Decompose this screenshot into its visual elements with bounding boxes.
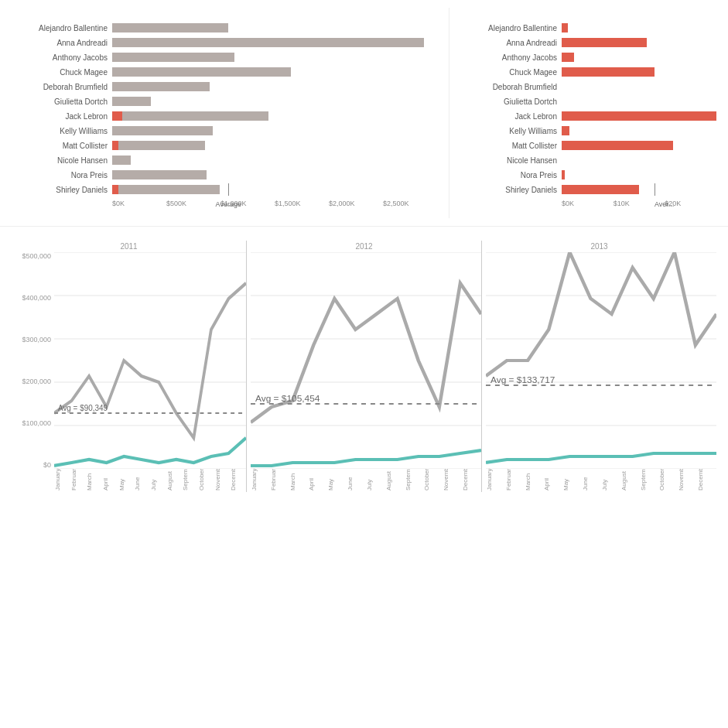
month-axis: JanuaryFebruaryMarchAprilMayJuneJulyAugu… [486, 469, 716, 492]
month-label: July [366, 469, 385, 492]
month-label: July [150, 469, 166, 492]
table-row: Giulietta Dortch [461, 95, 716, 108]
chart-svg: Avg = $90,349 [54, 252, 246, 469]
month-label: May [562, 469, 582, 492]
bar-area [112, 66, 437, 78]
month-label: January [251, 469, 270, 492]
suspicious-returns-panel: Alejandro BallentineAnna AndreadiAnthony… [449, 8, 728, 218]
table-row: Nicole Hansen [461, 154, 716, 166]
month-label: April [308, 469, 327, 492]
timeline-section: 2011$500,000$400,000$300,000$200,000$100… [0, 226, 728, 500]
month-label: November [678, 469, 697, 492]
y-label: $500,000 [12, 252, 54, 260]
x-tick: $0K [112, 200, 166, 207]
month-label: January [486, 469, 505, 492]
suspicious-chart: Alejandro BallentineAnna AndreadiAnthony… [461, 22, 716, 207]
month-label: June [347, 469, 366, 492]
month-label: March [86, 469, 102, 492]
bar-fill [112, 97, 151, 106]
suspicious-bar-fill [562, 141, 673, 150]
month-label: August [620, 469, 640, 492]
month-label: September [405, 469, 424, 492]
bar-red-fill [112, 141, 118, 150]
month-label: October [658, 469, 678, 492]
bar-label: Deborah Brumfield [461, 83, 562, 91]
bar-label: Giulietta Dortch [461, 97, 562, 106]
month-label: March [289, 469, 309, 492]
suspicious-bar-fill [562, 23, 568, 32]
bar-label: Nicole Hansen [12, 156, 112, 165]
month-label: March [525, 469, 544, 492]
bar-label: Anna Andreadi [12, 39, 112, 47]
x-tick: $2,000K [329, 200, 383, 207]
avg-annotation: Avg = $90,349 [58, 403, 108, 413]
all-sales-panel: Alejandro BallentineAnna AndreadiAnthony… [0, 8, 449, 218]
bar-label: Nicole Hansen [461, 156, 562, 165]
suspicious-bar-fill [562, 111, 716, 121]
average-line: Average [228, 183, 229, 196]
timeline-charts: 2011$500,000$400,000$300,000$200,000$100… [12, 241, 716, 492]
bar-label: Anthony Jacobs [461, 53, 562, 62]
bar-label: Alejandro Ballentine [461, 24, 562, 32]
average-label: Average [216, 200, 241, 208]
bar-label: Shirley Daniels [461, 186, 562, 194]
bar-fill [112, 170, 207, 179]
bar-label: Alejandro Ballentine [12, 24, 112, 32]
year-label: 2012 [247, 241, 481, 252]
table-row: Shirley DanielsAver... [461, 183, 716, 196]
month-axis: JanuaryFebruaryMarchAprilMayJuneJulyAugu… [251, 469, 481, 492]
suspicious-bars: Alejandro BallentineAnna AndreadiAnthony… [461, 22, 716, 196]
bar-area [112, 125, 437, 137]
month-label: August [166, 469, 183, 492]
month-label: January [54, 469, 70, 492]
month-label: October [423, 469, 443, 492]
returned-line [486, 453, 716, 463]
month-label: February [505, 469, 525, 492]
suspicious-bar-fill [562, 38, 647, 47]
table-row: Anthony Jacobs [12, 51, 437, 63]
average-line: Aver... [655, 183, 655, 196]
suspicious-bar-fill [562, 126, 569, 135]
suspicious-bar-fill [562, 170, 565, 179]
bar-area [562, 169, 716, 181]
month-label: April [543, 469, 562, 492]
table-row: Alejandro Ballentine [461, 22, 716, 34]
table-row: Kelly Williams [461, 125, 716, 137]
suspicious-bar-fill [562, 185, 639, 194]
chart-area: Avg = $105,454JanuaryFebruaryMarchAprilM… [247, 252, 481, 492]
month-label: May [118, 469, 135, 492]
table-row: Kelly Williams [12, 125, 437, 137]
bar-label: Nora Preis [461, 171, 562, 179]
month-label: May [327, 469, 347, 492]
year-label: 2011 [12, 241, 246, 252]
month-label: July [601, 469, 620, 492]
bar-fill [112, 53, 234, 62]
bar-label: Kelly Williams [12, 127, 112, 135]
bar-area [112, 154, 437, 166]
year-label: 2013 [482, 241, 716, 252]
y-label: $100,000 [12, 419, 54, 427]
not-returned-line [486, 252, 716, 376]
month-label: August [385, 469, 405, 492]
table-row: Anna Andreadi [12, 36, 437, 49]
bar-area [562, 139, 716, 152]
x-tick: $0K [562, 200, 614, 207]
bar-label: Nora Preis [12, 171, 112, 179]
bar-label: Deborah Brumfield [12, 83, 112, 91]
x-tick: $500K [166, 200, 220, 207]
bar-area [112, 22, 437, 34]
table-row: Chuck Magee [461, 66, 716, 78]
bar-area [562, 22, 716, 34]
x-tick: $2,500K [383, 200, 437, 207]
y-label: $0 [12, 461, 54, 469]
bar-label: Chuck Magee [461, 68, 562, 77]
bar-area [562, 80, 716, 93]
y-axis: $500,000$400,000$300,000$200,000$100,000… [12, 252, 54, 469]
chart-svg: Avg = $133,717 [486, 252, 716, 469]
y-label: $300,000 [12, 336, 54, 343]
bar-label: Matt Collister [461, 142, 562, 150]
table-row: Shirley DanielsAverage [12, 183, 437, 196]
bar-area [112, 51, 437, 63]
month-label: June [134, 469, 150, 492]
bar-label: Chuck Magee [12, 68, 112, 77]
